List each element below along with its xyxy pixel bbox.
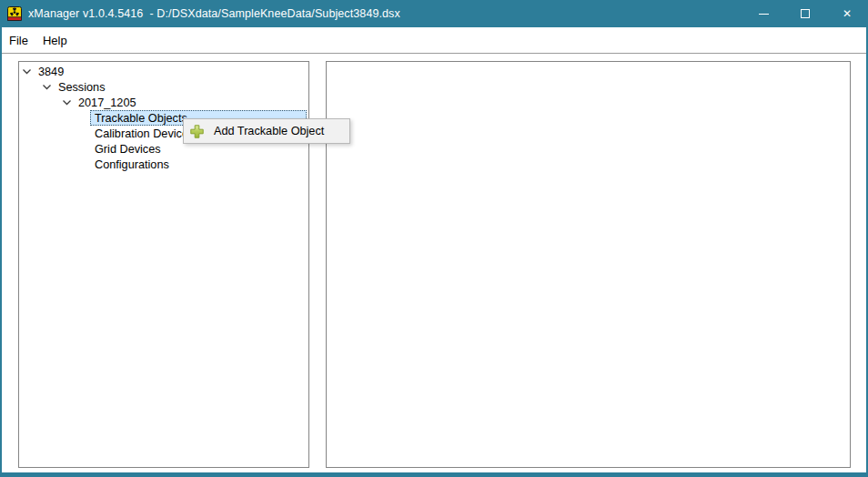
menu-item-add-trackable-object[interactable]: Add Trackable Object [184,119,349,143]
minimize-button[interactable] [742,0,784,27]
tree-item-grid-devices[interactable]: Grid Devices [95,141,161,157]
context-menu-label: Add Trackable Object [214,125,324,137]
tree-item-label: Sessions [58,81,105,94]
xmanager-window: xManager v1.0.4.5416 - D:/DSXdata/Sample… [0,0,868,477]
maximize-icon [801,9,810,18]
tree-item-2017-1205[interactable]: 2017_1205 [62,95,136,110]
tree-item-label: 3849 [38,66,64,78]
tree-item-label: Trackable Objects [95,112,187,125]
detail-panel [326,61,851,468]
tree-item-3849[interactable]: 3849 [22,64,64,79]
tree-item-sessions[interactable]: Sessions [42,79,105,95]
tree-item-label: Grid Devices [95,143,161,156]
close-button[interactable]: ✕ [826,0,868,27]
window-border-left [0,27,2,477]
tree-item-label: Configurations [95,158,169,171]
maximize-button[interactable] [784,0,826,27]
context-menu: Add Trackable Object [183,118,350,144]
tree-item-calibration-devices[interactable]: Calibration Devices [95,126,194,141]
radiation-hazard-icon [7,6,22,21]
window-title: xManager v1.0.4.5416 - D:/DSXdata/Sample… [28,7,400,20]
menu-help[interactable]: Help [36,30,74,51]
menubar: File Help [2,27,866,54]
window-border-bottom [0,472,868,477]
minimize-icon [759,14,769,15]
close-icon: ✕ [843,8,852,19]
chevron-down-icon[interactable] [42,82,52,92]
tree-item-label: 2017_1205 [78,96,136,109]
chevron-down-icon[interactable] [22,66,32,76]
menu-file[interactable]: File [3,30,35,51]
titlebar[interactable]: xManager v1.0.4.5416 - D:/DSXdata/Sample… [0,0,868,27]
chevron-down-icon[interactable] [62,97,72,107]
window-controls: ✕ [742,0,868,27]
tree-item-configurations[interactable]: Configurations [95,157,169,172]
plus-icon [189,124,205,139]
tree-item-label: Calibration Devices [95,127,194,140]
